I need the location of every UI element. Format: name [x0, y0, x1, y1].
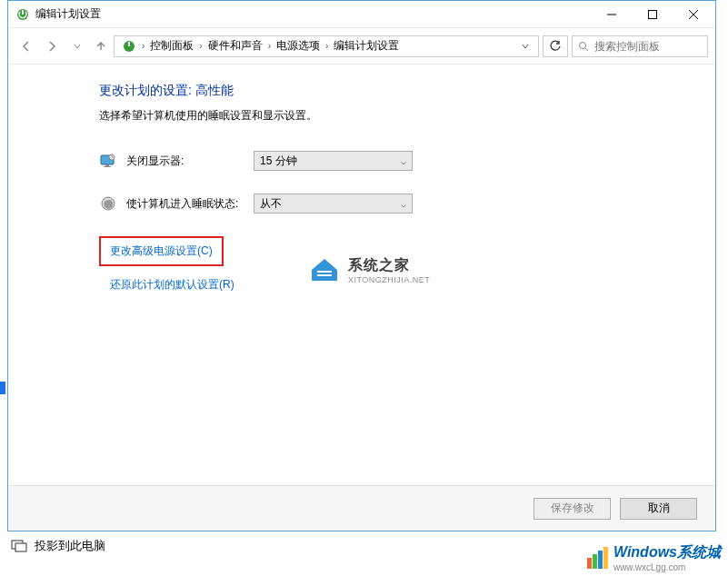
- svg-rect-3: [648, 10, 656, 18]
- minimize-button[interactable]: [591, 1, 632, 27]
- watermark: 系统之家 XITONGZHIJIA.NET: [308, 255, 430, 284]
- breadcrumb[interactable]: › 控制面板 › 硬件和声音 › 电源选项 › 编辑计划设置: [114, 35, 539, 57]
- up-button[interactable]: [92, 35, 110, 57]
- svg-rect-11: [105, 164, 109, 166]
- project-icon: [11, 538, 27, 554]
- save-button[interactable]: 保存修改: [534, 498, 611, 520]
- svg-rect-12: [104, 166, 111, 167]
- settings-window: 编辑计划设置 › 控制面板 › 硬件和声音 › 电源选项 › 编辑计划设置: [7, 0, 716, 531]
- cancel-button[interactable]: 取消: [620, 498, 697, 520]
- sleep-label: 使计算机进入睡眠状态:: [126, 196, 244, 212]
- restore-defaults-link[interactable]: 还原此计划的默认设置(R): [110, 278, 234, 291]
- window-title: 编辑计划设置: [35, 6, 591, 22]
- advanced-settings-link[interactable]: 更改高级电源设置(C): [110, 244, 213, 257]
- nav-row: › 控制面板 › 硬件和声音 › 电源选项 › 编辑计划设置: [8, 28, 715, 65]
- watermark-house-icon: [308, 255, 341, 284]
- bottom-watermark: Windows系统城 www.wxcLgg.com: [587, 543, 721, 572]
- breadcrumb-item[interactable]: 编辑计划设置: [330, 36, 403, 55]
- chevron-down-icon: ⌵: [401, 156, 406, 166]
- refresh-button[interactable]: [543, 35, 568, 57]
- display-off-value: 15 分钟: [260, 154, 297, 169]
- maximize-button[interactable]: [632, 1, 673, 27]
- page-subtitle: 选择希望计算机使用的睡眠设置和显示设置。: [99, 108, 715, 124]
- search-input[interactable]: [594, 40, 702, 53]
- sleep-select[interactable]: 从不 ⌵: [254, 194, 413, 214]
- back-button[interactable]: [15, 35, 37, 57]
- monitor-icon: [99, 152, 117, 170]
- svg-line-9: [585, 48, 588, 51]
- breadcrumb-dropdown[interactable]: [516, 40, 534, 53]
- bars-icon: [587, 547, 608, 569]
- chevron-right-icon: ›: [142, 41, 145, 51]
- forward-button[interactable]: [41, 35, 63, 57]
- svg-rect-1: [22, 10, 24, 15]
- titlebar-controls: [591, 1, 713, 27]
- sleep-icon: [99, 194, 117, 213]
- titlebar: 编辑计划设置: [8, 1, 715, 28]
- highlighted-link-box: 更改高级电源设置(C): [99, 236, 224, 266]
- taskbar-item[interactable]: 投影到此电脑: [11, 538, 105, 554]
- breadcrumb-item[interactable]: 硬件和声音: [204, 36, 266, 55]
- accent-bar: [0, 382, 5, 394]
- sleep-row: 使计算机进入睡眠状态: 从不 ⌵: [99, 194, 715, 214]
- bw-sub: www.wxcLgg.com: [613, 562, 721, 572]
- watermark-title: 系统之家: [348, 256, 430, 275]
- svg-rect-7: [128, 42, 130, 46]
- chevron-down-icon: ⌵: [401, 199, 406, 209]
- breadcrumb-item[interactable]: 控制面板: [146, 36, 197, 55]
- chevron-right-icon: ›: [199, 41, 202, 51]
- chevron-right-icon: ›: [325, 41, 328, 51]
- sleep-value: 从不: [260, 196, 282, 212]
- svg-point-8: [580, 42, 586, 48]
- svg-rect-16: [15, 543, 26, 551]
- page-title: 更改计划的设置: 高性能: [99, 83, 715, 99]
- recent-dropdown-icon[interactable]: [66, 35, 88, 57]
- footer: 保存修改 取消: [8, 485, 715, 531]
- display-off-label: 关闭显示器:: [126, 154, 244, 169]
- search-box[interactable]: [572, 35, 708, 57]
- taskbar-label: 投影到此电脑: [35, 538, 105, 554]
- chevron-right-icon: ›: [268, 41, 271, 51]
- search-icon: [578, 41, 589, 52]
- close-button[interactable]: [673, 1, 713, 27]
- watermark-sub: XITONGZHIJIA.NET: [348, 275, 430, 284]
- bw-title: Windows系统城: [613, 543, 721, 562]
- breadcrumb-item[interactable]: 电源选项: [273, 36, 324, 55]
- power-plan-icon: [122, 39, 136, 54]
- display-off-row: 关闭显示器: 15 分钟 ⌵: [99, 151, 715, 171]
- content-area: 更改计划的设置: 高性能 选择希望计算机使用的睡眠设置和显示设置。 关闭显示器:…: [8, 65, 715, 485]
- display-off-select[interactable]: 15 分钟 ⌵: [254, 151, 413, 171]
- refresh-icon: [549, 40, 562, 53]
- app-icon: [15, 7, 30, 22]
